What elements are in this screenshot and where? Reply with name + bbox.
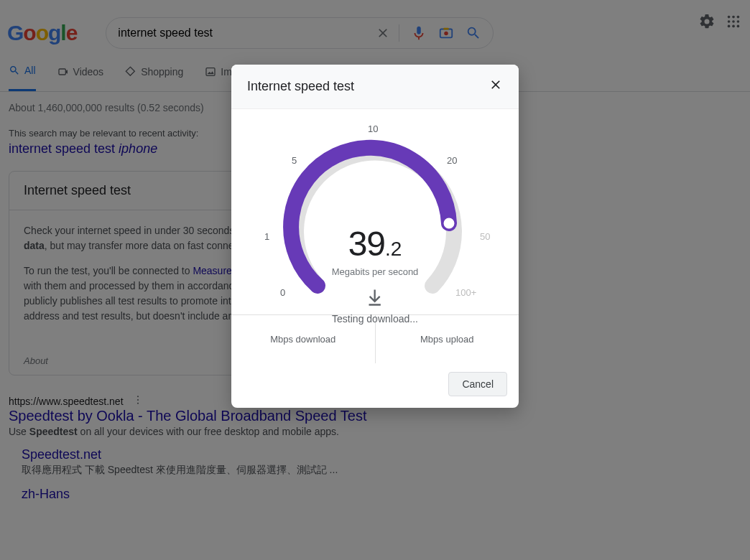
speed-unit: Megabits per second [332, 266, 419, 277]
tick-1: 1 [264, 231, 269, 242]
tick-10: 10 [368, 123, 378, 134]
cancel-button[interactable]: Cancel [448, 372, 507, 396]
download-arrow-icon [332, 287, 419, 307]
tick-100: 100+ [455, 287, 476, 298]
tick-50: 50 [480, 231, 490, 242]
modal-title: Internet speed test [247, 79, 354, 94]
tick-20: 20 [447, 155, 457, 166]
status-text: Testing download... [332, 313, 419, 325]
speed-value: 39.2 [332, 224, 419, 263]
speedtest-modal: Internet speed test 0 1 5 10 20 50 100+ … [231, 65, 519, 408]
tick-5: 5 [292, 155, 297, 166]
tick-0: 0 [280, 287, 285, 298]
svg-point-17 [443, 217, 455, 230]
close-icon[interactable] [489, 78, 503, 95]
